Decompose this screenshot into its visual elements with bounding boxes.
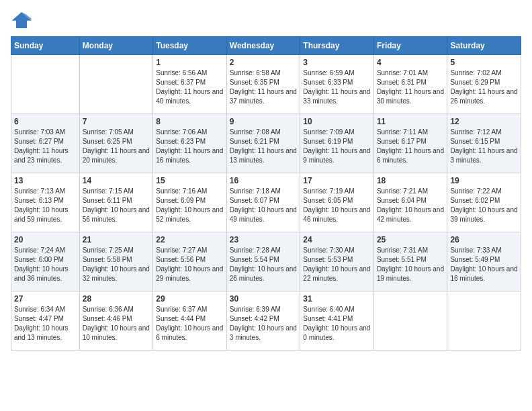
calendar-week-3: 13Sunrise: 7:13 AM Sunset: 6:13 PM Dayli… <box>11 173 521 232</box>
day-number: 26 <box>450 235 518 244</box>
day-info: Sunrise: 7:22 AM Sunset: 6:02 PM Dayligh… <box>450 187 518 224</box>
calendar-header-row: SundayMondayTuesdayWednesdayThursdayFrid… <box>11 37 521 55</box>
day-number: 12 <box>450 117 518 126</box>
day-info: Sunrise: 6:36 AM Sunset: 4:46 PM Dayligh… <box>83 305 150 342</box>
day-info: Sunrise: 7:25 AM Sunset: 5:58 PM Dayligh… <box>83 246 150 283</box>
calendar-week-1: 1Sunrise: 6:56 AM Sunset: 6:37 PM Daylig… <box>11 55 521 114</box>
calendar-cell: 18Sunrise: 7:21 AM Sunset: 6:04 PM Dayli… <box>373 173 447 232</box>
day-info: Sunrise: 7:06 AM Sunset: 6:23 PM Dayligh… <box>156 128 224 165</box>
calendar-cell: 30Sunrise: 6:39 AM Sunset: 4:42 PM Dayli… <box>226 291 300 351</box>
day-number: 6 <box>14 117 77 126</box>
day-info: Sunrise: 7:33 AM Sunset: 5:49 PM Dayligh… <box>450 246 518 283</box>
calendar-cell: 15Sunrise: 7:16 AM Sunset: 6:09 PM Dayli… <box>153 173 227 232</box>
day-number: 2 <box>230 58 298 67</box>
day-info: Sunrise: 6:37 AM Sunset: 4:44 PM Dayligh… <box>156 305 224 342</box>
day-info: Sunrise: 7:11 AM Sunset: 6:17 PM Dayligh… <box>377 128 445 165</box>
day-info: Sunrise: 7:01 AM Sunset: 6:31 PM Dayligh… <box>377 68 445 106</box>
calendar-cell: 19Sunrise: 7:22 AM Sunset: 6:02 PM Dayli… <box>447 173 521 232</box>
calendar-cell: 22Sunrise: 7:27 AM Sunset: 5:56 PM Dayli… <box>153 232 227 291</box>
calendar-cell: 26Sunrise: 7:33 AM Sunset: 5:49 PM Dayli… <box>447 232 521 291</box>
day-number: 29 <box>156 294 224 304</box>
day-info: Sunrise: 7:16 AM Sunset: 6:09 PM Dayligh… <box>156 187 224 224</box>
day-number: 31 <box>303 294 371 304</box>
day-number: 11 <box>377 117 445 126</box>
day-number: 23 <box>230 235 298 244</box>
day-info: Sunrise: 7:09 AM Sunset: 6:19 PM Dayligh… <box>303 128 371 165</box>
calendar-cell: 11Sunrise: 7:11 AM Sunset: 6:17 PM Dayli… <box>373 114 447 173</box>
day-number: 19 <box>450 176 518 185</box>
day-info: Sunrise: 7:28 AM Sunset: 5:54 PM Dayligh… <box>230 246 298 283</box>
day-info: Sunrise: 7:24 AM Sunset: 6:00 PM Dayligh… <box>14 246 77 283</box>
column-header-friday: Friday <box>373 37 447 55</box>
calendar-cell: 21Sunrise: 7:25 AM Sunset: 5:58 PM Dayli… <box>79 232 153 291</box>
calendar-cell: 28Sunrise: 6:36 AM Sunset: 4:46 PM Dayli… <box>79 291 153 351</box>
calendar-week-2: 6Sunrise: 7:03 AM Sunset: 6:27 PM Daylig… <box>11 114 521 173</box>
calendar-cell: 1Sunrise: 6:56 AM Sunset: 6:37 PM Daylig… <box>153 55 227 114</box>
day-info: Sunrise: 7:12 AM Sunset: 6:15 PM Dayligh… <box>450 128 518 165</box>
calendar-week-4: 20Sunrise: 7:24 AM Sunset: 6:00 PM Dayli… <box>11 232 521 291</box>
calendar-cell: 10Sunrise: 7:09 AM Sunset: 6:19 PM Dayli… <box>300 114 374 173</box>
day-info: Sunrise: 6:56 AM Sunset: 6:37 PM Dayligh… <box>156 68 224 106</box>
day-number: 16 <box>230 176 298 185</box>
calendar-cell: 12Sunrise: 7:12 AM Sunset: 6:15 PM Dayli… <box>447 114 521 173</box>
calendar-cell: 4Sunrise: 7:01 AM Sunset: 6:31 PM Daylig… <box>373 55 447 114</box>
day-info: Sunrise: 6:59 AM Sunset: 6:33 PM Dayligh… <box>303 68 371 106</box>
day-number: 1 <box>156 58 224 67</box>
day-info: Sunrise: 7:02 AM Sunset: 6:29 PM Dayligh… <box>450 68 518 106</box>
day-info: Sunrise: 6:34 AM Sunset: 4:47 PM Dayligh… <box>14 305 77 342</box>
day-number: 8 <box>156 117 224 126</box>
day-number: 9 <box>230 117 298 126</box>
day-number: 18 <box>377 176 445 185</box>
calendar-cell: 17Sunrise: 7:19 AM Sunset: 6:05 PM Dayli… <box>300 173 374 232</box>
day-number: 13 <box>14 176 77 185</box>
calendar-cell: 13Sunrise: 7:13 AM Sunset: 6:13 PM Dayli… <box>11 173 80 232</box>
calendar-cell: 24Sunrise: 7:30 AM Sunset: 5:53 PM Dayli… <box>300 232 374 291</box>
column-header-tuesday: Tuesday <box>153 37 227 55</box>
calendar-cell <box>11 55 80 114</box>
day-number: 3 <box>303 58 371 67</box>
calendar-cell: 3Sunrise: 6:59 AM Sunset: 6:33 PM Daylig… <box>300 55 374 114</box>
day-number: 4 <box>377 58 445 67</box>
calendar-cell: 2Sunrise: 6:58 AM Sunset: 6:35 PM Daylig… <box>226 55 300 114</box>
logo-icon <box>11 11 32 30</box>
calendar-cell: 27Sunrise: 6:34 AM Sunset: 4:47 PM Dayli… <box>11 291 80 351</box>
day-info: Sunrise: 7:30 AM Sunset: 5:53 PM Dayligh… <box>303 246 371 283</box>
day-number: 7 <box>83 117 150 126</box>
calendar-week-5: 27Sunrise: 6:34 AM Sunset: 4:47 PM Dayli… <box>11 291 521 351</box>
day-info: Sunrise: 7:15 AM Sunset: 6:11 PM Dayligh… <box>83 187 150 224</box>
calendar-cell: 8Sunrise: 7:06 AM Sunset: 6:23 PM Daylig… <box>153 114 227 173</box>
day-number: 28 <box>83 294 150 304</box>
page-header <box>11 11 521 30</box>
day-number: 21 <box>83 235 150 244</box>
calendar-cell: 14Sunrise: 7:15 AM Sunset: 6:11 PM Dayli… <box>79 173 153 232</box>
calendar-table: SundayMondayTuesdayWednesdayThursdayFrid… <box>11 36 521 351</box>
calendar-cell: 16Sunrise: 7:18 AM Sunset: 6:07 PM Dayli… <box>226 173 300 232</box>
day-info: Sunrise: 7:08 AM Sunset: 6:21 PM Dayligh… <box>230 128 298 165</box>
column-header-thursday: Thursday <box>300 37 374 55</box>
day-info: Sunrise: 7:03 AM Sunset: 6:27 PM Dayligh… <box>14 128 77 165</box>
day-info: Sunrise: 7:19 AM Sunset: 6:05 PM Dayligh… <box>303 187 371 224</box>
day-info: Sunrise: 7:21 AM Sunset: 6:04 PM Dayligh… <box>377 187 445 224</box>
day-number: 27 <box>14 294 77 304</box>
day-number: 20 <box>14 235 77 244</box>
logo <box>11 11 35 30</box>
calendar-cell: 20Sunrise: 7:24 AM Sunset: 6:00 PM Dayli… <box>11 232 80 291</box>
day-number: 15 <box>156 176 224 185</box>
calendar-cell <box>447 291 521 351</box>
calendar-cell: 7Sunrise: 7:05 AM Sunset: 6:25 PM Daylig… <box>79 114 153 173</box>
day-info: Sunrise: 7:13 AM Sunset: 6:13 PM Dayligh… <box>14 187 77 224</box>
calendar-cell: 31Sunrise: 6:40 AM Sunset: 4:41 PM Dayli… <box>300 291 374 351</box>
day-number: 25 <box>377 235 445 244</box>
calendar-cell: 29Sunrise: 6:37 AM Sunset: 4:44 PM Dayli… <box>153 291 227 351</box>
column-header-sunday: Sunday <box>11 37 80 55</box>
calendar-cell <box>373 291 447 351</box>
day-number: 22 <box>156 235 224 244</box>
day-number: 17 <box>303 176 371 185</box>
day-number: 14 <box>83 176 150 185</box>
calendar-cell <box>79 55 153 114</box>
svg-marker-0 <box>12 12 32 28</box>
day-number: 30 <box>230 294 298 304</box>
day-number: 5 <box>450 58 518 67</box>
column-header-monday: Monday <box>79 37 153 55</box>
day-info: Sunrise: 7:18 AM Sunset: 6:07 PM Dayligh… <box>230 187 298 224</box>
